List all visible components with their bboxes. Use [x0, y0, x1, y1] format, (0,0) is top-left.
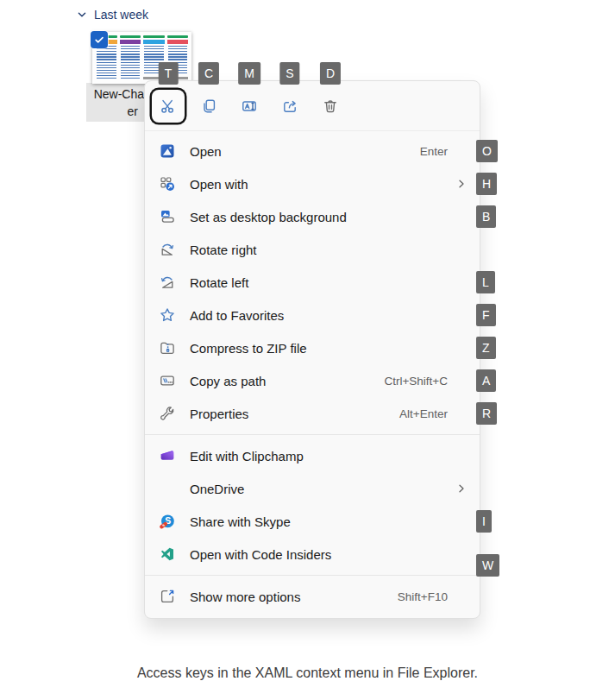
- group-header-last-week[interactable]: Last week: [76, 8, 148, 22]
- menu-separator: [145, 575, 480, 576]
- copy-icon: [200, 98, 217, 115]
- menu-item-shortcut: Ctrl+Shift+C: [384, 375, 448, 388]
- keytip-W: W: [476, 554, 499, 577]
- keytip-H: H: [476, 173, 497, 195]
- rotate-left-icon: [159, 274, 176, 291]
- menu-item-compress-to-zip-file[interactable]: Compress to ZIP file: [145, 331, 480, 364]
- cut-icon: [160, 98, 177, 115]
- check-icon: [93, 34, 105, 46]
- chevron-slot: [455, 449, 468, 463]
- clipchamp-icon: [159, 447, 176, 464]
- file-name: New-Cha er: [86, 85, 144, 120]
- file-name-line1: New-Cha: [86, 85, 144, 103]
- toolbar-copy-button[interactable]: [192, 90, 225, 123]
- menu-item-open-with-code-insiders[interactable]: Open with Code Insiders: [145, 538, 480, 571]
- context-menu: OpenEnterOpen withSet as desktop backgro…: [144, 80, 480, 619]
- menu-item-label: Rotate left: [190, 275, 455, 290]
- file-name-line2: er: [86, 103, 138, 120]
- menu-item-show-more-options[interactable]: Show more optionsShift+F10: [145, 580, 480, 613]
- menu-item-label: Open with Code Insiders: [190, 547, 455, 562]
- desktop-background-icon: [159, 208, 176, 225]
- chevron-slot: [455, 144, 468, 158]
- submenu-chevron-icon: [455, 482, 468, 495]
- chevron-slot: [455, 275, 468, 289]
- copy-path-icon: [159, 372, 176, 389]
- menu-item-label: Show more options: [190, 590, 398, 604]
- menu-item-share-with-skype[interactable]: SsShare with Skype: [145, 505, 480, 538]
- rotate-right-icon: [159, 241, 176, 258]
- menu-item-rotate-right[interactable]: Rotate right: [145, 233, 480, 266]
- chevron-slot: [455, 210, 468, 224]
- file-checkbox[interactable]: [91, 31, 108, 48]
- menu-item-add-to-favorites[interactable]: Add to Favorites: [145, 299, 480, 331]
- keytip-R: R: [476, 402, 497, 425]
- menu-item-open[interactable]: OpenEnter: [145, 135, 480, 167]
- keytip-D: D: [320, 62, 341, 85]
- chevron-slot: [455, 243, 468, 256]
- keytip-I: I: [476, 510, 492, 533]
- toolbar-delete-button[interactable]: [314, 90, 347, 123]
- menu-item-shortcut: Shift+F10: [398, 590, 448, 603]
- menu-item-shortcut: Enter: [420, 145, 448, 158]
- chevron-slot: [455, 308, 468, 322]
- menu-item-label: Properties: [190, 407, 399, 421]
- menu-item-properties[interactable]: PropertiesAlt+Enter: [145, 397, 480, 430]
- empty-icon-slot: [159, 480, 176, 497]
- caption: Access keys in the XAML context menu in …: [0, 665, 615, 681]
- menu-separator: [145, 434, 480, 435]
- show-more-icon: [159, 588, 176, 605]
- menu-item-copy-as-path[interactable]: Copy as pathCtrl+Shift+C: [145, 364, 480, 397]
- chevron-down-icon: [76, 9, 88, 21]
- keytip-M: M: [238, 62, 260, 85]
- delete-icon: [322, 98, 339, 115]
- menu-item-shortcut: Alt+Enter: [399, 407, 448, 420]
- favorites-icon: [159, 306, 176, 324]
- keytip-O: O: [476, 140, 498, 162]
- skype-icon: Ss: [159, 513, 176, 530]
- keytip-T: T: [159, 62, 179, 85]
- chevron-slot: [455, 514, 468, 528]
- menu-item-label: Share with Skype: [190, 514, 455, 529]
- menu-item-label: Compress to ZIP file: [190, 341, 455, 356]
- chevron-slot: [455, 341, 468, 355]
- menu-item-label: Copy as path: [190, 374, 384, 388]
- photos-icon: [159, 142, 176, 160]
- menu-item-label: Add to Favorites: [190, 308, 455, 323]
- keytip-S: S: [279, 62, 299, 85]
- keytip-C: C: [198, 62, 219, 85]
- menu-item-label: OneDrive: [190, 482, 455, 496]
- toolbar-rename-button[interactable]: [233, 90, 266, 123]
- menu-item-set-as-desktop-background[interactable]: Set as desktop background: [145, 200, 480, 233]
- open-with-icon: [159, 175, 176, 192]
- menu-item-open-with[interactable]: Open with: [145, 167, 480, 200]
- menu-item-edit-with-clipchamp[interactable]: Edit with Clipchamp: [145, 439, 480, 472]
- toolbar-share-button[interactable]: [273, 90, 306, 123]
- thumbnail-column-2: [120, 35, 141, 79]
- chevron-slot: [455, 407, 468, 420]
- toolbar-cut-button[interactable]: [152, 90, 185, 123]
- chevron-slot: [455, 590, 468, 603]
- properties-icon: [159, 405, 176, 422]
- menu-item-rotate-left[interactable]: Rotate left: [145, 266, 480, 299]
- menu-item-onedrive[interactable]: OneDrive: [145, 472, 480, 505]
- chevron-slot: [455, 374, 468, 388]
- code-insiders-icon: [159, 545, 176, 563]
- menu-item-label: Edit with Clipchamp: [190, 449, 455, 464]
- keytip-Z: Z: [476, 337, 496, 359]
- zip-icon: [159, 339, 176, 356]
- keytip-F: F: [476, 304, 496, 326]
- share-icon: [281, 98, 298, 115]
- keytip-B: B: [476, 205, 496, 228]
- rename-icon: [241, 98, 258, 115]
- group-header-label: Last week: [94, 8, 148, 22]
- menu-item-label: Set as desktop background: [190, 210, 455, 224]
- context-menu-toolbar: [145, 81, 480, 131]
- context-menu-items: OpenEnterOpen withSet as desktop backgro…: [145, 131, 480, 618]
- chevron-slot: [455, 547, 468, 561]
- keytip-L: L: [476, 271, 495, 293]
- menu-item-label: Open with: [190, 177, 455, 192]
- submenu-chevron-icon: [455, 177, 468, 191]
- menu-item-label: Rotate right: [190, 243, 455, 257]
- keytip-A: A: [476, 369, 496, 392]
- menu-item-label: Open: [190, 144, 420, 159]
